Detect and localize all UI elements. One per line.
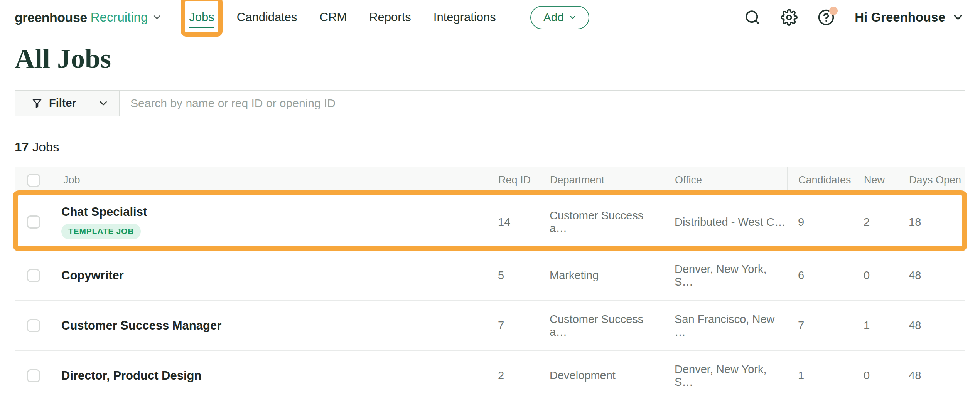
office-cell: San Francisco, New … [664, 313, 787, 338]
column-header-new: New [853, 167, 898, 193]
nav-item-label: Reports [369, 10, 411, 24]
req-id-cell: 2 [487, 369, 539, 382]
chevron-down-icon [98, 98, 109, 109]
greenhouse-recruiting-app: greenhouse Recruiting JobsCandidatesCRMR… [0, 0, 980, 397]
job-name-link[interactable]: Director, Product Design [61, 369, 201, 383]
job-name-link[interactable]: Customer Success Manager [61, 319, 221, 333]
top-navigation-bar: greenhouse Recruiting JobsCandidatesCRMR… [0, 0, 980, 35]
department-cell: Customer Success a… [539, 313, 664, 338]
job-cell: Copywriter [52, 269, 487, 283]
nav-item-jobs[interactable]: Jobs [178, 10, 225, 24]
job-name-link[interactable]: Chat Specialist [61, 205, 147, 219]
nav-item-label: Integrations [433, 10, 496, 24]
candidates-cell: 1 [787, 369, 853, 382]
job-name-link[interactable]: Copywriter [61, 269, 124, 283]
gear-icon[interactable] [781, 9, 798, 26]
job-cell: Chat SpecialistTEMPLATE JOB [52, 205, 487, 239]
top-right-cluster: Hi Greenhouse [744, 9, 965, 26]
chevron-down-icon [951, 11, 965, 24]
row-checkbox[interactable] [27, 269, 40, 282]
new-cell: 1 [853, 319, 898, 332]
department-cell: Customer Success a… [539, 209, 664, 235]
filter-search-bar: Filter [15, 90, 965, 116]
office-cell: Denver, New York, S… [664, 263, 787, 288]
add-button[interactable]: Add [530, 6, 589, 29]
jobs-table: JobReq IDDepartmentOfficeCandidatesNewDa… [15, 167, 965, 397]
req-id-cell: 5 [487, 269, 539, 282]
office-cell: Denver, New York, S… [664, 363, 787, 389]
jobs-count: 17 Jobs [15, 140, 980, 155]
table-row[interactable]: Director, Product Design2DevelopmentDenv… [15, 350, 965, 397]
row-checkbox[interactable] [27, 319, 40, 332]
row-checkbox-cell [15, 369, 52, 382]
row-checkbox[interactable] [27, 215, 40, 229]
table-row[interactable]: Copywriter5MarketingDenver, New York, S…… [15, 250, 965, 300]
user-menu[interactable]: Hi Greenhouse [855, 10, 965, 25]
filter-button[interactable]: Filter [15, 91, 120, 116]
req-id-cell: 14 [487, 216, 539, 229]
jobs-count-number: 17 [15, 140, 29, 154]
notification-dot [829, 7, 838, 15]
req-id-cell: 7 [487, 319, 539, 332]
table-row[interactable]: Chat SpecialistTEMPLATE JOB14Customer Su… [15, 194, 965, 250]
candidates-cell: 9 [787, 216, 853, 229]
select-all-checkbox-cell [15, 167, 52, 193]
nav-item-reports[interactable]: Reports [358, 10, 422, 24]
candidates-cell: 6 [787, 269, 853, 282]
department-cell: Marketing [539, 269, 664, 282]
new-cell: 2 [853, 216, 898, 229]
job-cell: Director, Product Design [52, 369, 487, 383]
table-row[interactable]: Customer Success Manager7Customer Succes… [15, 300, 965, 350]
department-cell: Development [539, 369, 664, 382]
days-open-cell: 18 [898, 216, 965, 229]
greenhouse-logo[interactable]: greenhouse Recruiting [15, 10, 162, 25]
select-all-checkbox[interactable] [27, 174, 40, 187]
row-checkbox-cell [15, 269, 52, 282]
column-header-candidates: Candidates [787, 167, 853, 193]
row-checkbox-cell [15, 215, 52, 229]
template-job-badge: TEMPLATE JOB [61, 224, 141, 239]
days-open-cell: 48 [898, 369, 965, 382]
new-cell: 0 [853, 369, 898, 382]
chevron-down-icon [152, 12, 162, 23]
filter-button-label: Filter [49, 97, 76, 109]
user-name: Hi Greenhouse [855, 10, 945, 25]
nav-item-label: Candidates [237, 10, 297, 24]
nav-item-candidates[interactable]: Candidates [226, 10, 309, 24]
nav-item-label: CRM [320, 10, 347, 24]
logo-brand-text: greenhouse [15, 10, 87, 25]
jobs-search-input[interactable] [120, 91, 965, 116]
column-header-department: Department [539, 167, 664, 193]
jobs-count-label: Jobs [32, 140, 59, 154]
column-header-office: Office [664, 167, 787, 193]
candidates-cell: 7 [787, 319, 853, 332]
funnel-icon [31, 98, 43, 109]
page-title: All Jobs [15, 43, 980, 75]
main-nav: JobsCandidatesCRMReportsIntegrations [178, 10, 507, 24]
search-icon[interactable] [744, 9, 761, 25]
row-checkbox-cell [15, 319, 52, 332]
days-open-cell: 48 [898, 269, 965, 282]
column-header-days-open: Days Open [898, 167, 965, 193]
office-cell: Distributed - West C… [664, 216, 787, 229]
add-button-label: Add [543, 11, 564, 24]
nav-item-integrations[interactable]: Integrations [422, 10, 507, 24]
table-body: Chat SpecialistTEMPLATE JOB14Customer Su… [15, 194, 965, 397]
row-checkbox[interactable] [27, 369, 40, 382]
column-header-job: Job [52, 167, 487, 193]
nav-item-label: Jobs [189, 10, 214, 28]
chevron-down-icon [568, 13, 577, 22]
nav-item-crm[interactable]: CRM [309, 10, 358, 24]
column-header-req-id: Req ID [487, 167, 539, 193]
help-circle-icon[interactable] [818, 9, 835, 26]
new-cell: 0 [853, 269, 898, 282]
table-header-row: JobReq IDDepartmentOfficeCandidatesNewDa… [15, 167, 965, 194]
logo-product-text: Recruiting [91, 10, 148, 25]
days-open-cell: 48 [898, 319, 965, 332]
job-cell: Customer Success Manager [52, 319, 487, 333]
